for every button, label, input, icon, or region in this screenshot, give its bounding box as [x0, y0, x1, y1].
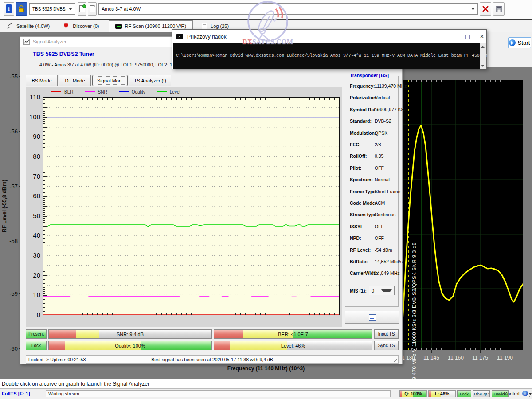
- start-button[interactable]: Start: [508, 37, 531, 48]
- minimize-button[interactable]: –: [447, 32, 460, 41]
- application-window: RF Level (-55,8 dBm) -55-56-57-58-59-60 …: [0, 0, 532, 399]
- chevron-down-icon: [471, 8, 475, 10]
- spectrum-curve: [402, 80, 523, 350]
- satellite-dish-icon: [6, 22, 13, 30]
- console-scrollbar[interactable]: [480, 43, 486, 69]
- lock-indicator: Lock: [26, 341, 47, 350]
- transponder-panel-title: Transponder [BS]: [348, 73, 391, 78]
- quality-mini-value: Q: 100%: [400, 391, 426, 397]
- window-title: Signal Analyzer: [33, 39, 66, 44]
- transponder-row-value: Vertical: [375, 95, 390, 100]
- channel-input[interactable]: Amos 3-7 at 4.0W: [98, 3, 478, 15]
- carrier-annotation: 11139,470 MHz V 11000 KS/s 2/3 DVB-S2/QP…: [411, 123, 417, 391]
- resize-grip-icon[interactable]: [393, 358, 397, 362]
- transponder-row-value: OFF: [375, 235, 384, 241]
- input-ts-button[interactable]: Input TS: [374, 329, 399, 339]
- mis-select-value: 0: [372, 288, 379, 293]
- close-button[interactable]: ✕: [476, 32, 488, 41]
- legend-label: Quality: [132, 90, 145, 94]
- tab-label: Satellite (4.0W): [16, 23, 50, 29]
- level-mini-value: L: 46%: [429, 391, 455, 397]
- rf-scan-icon: [115, 24, 122, 29]
- mis-select[interactable]: 0: [369, 286, 395, 295]
- fullts-link[interactable]: FullTS [F: 1]: [2, 391, 30, 396]
- y-tick-label: 110: [30, 93, 40, 101]
- transponder-row-label: BitRate:: [350, 259, 368, 264]
- scroll-up-icon[interactable]: [480, 43, 486, 50]
- control-label: Control: [504, 391, 519, 396]
- save-button[interactable]: [493, 2, 505, 16]
- transponder-row-value: OFF: [375, 165, 384, 171]
- spectrum-x-tick-label: 11 190: [494, 355, 516, 361]
- info-button[interactable]: i: [4, 2, 14, 16]
- level-bar: Level: 46%: [214, 341, 372, 350]
- transponder-row-label: RF Level:: [350, 247, 371, 253]
- transponder-row-value: -54 dBm: [375, 247, 392, 253]
- tab-label: RF Scan (10900-11200 V/R): [125, 23, 187, 29]
- quality-value: Quality: 100%: [49, 341, 211, 350]
- mis-label: MIS (1):: [350, 288, 367, 293]
- transponder-row-label: ISSYI: [350, 224, 362, 229]
- spectrum-y-tick-label: -58: [3, 238, 18, 244]
- legend-item-ber: BER: [51, 90, 74, 94]
- tab-label: Discover (0): [73, 23, 99, 29]
- spectrum-x-tick-label: 11 160: [445, 355, 466, 361]
- lock-button[interactable]: [16, 2, 27, 16]
- mode-tab-bs-mode[interactable]: BS Mode: [26, 75, 58, 86]
- chevron-down-icon: [69, 8, 72, 10]
- play-icon: [509, 39, 516, 46]
- y-tick-label: 70: [33, 172, 40, 180]
- tab-satellite-4-0w-[interactable]: Satellite (4.0W): [0, 20, 56, 32]
- transponder-row-label: Pilot:: [350, 165, 361, 171]
- best-signal-text: Best signal has been seen at 2020-05-17 …: [26, 357, 398, 362]
- transponder-row-value: DVB-S2: [375, 118, 391, 124]
- sync-ts-button[interactable]: Sync TS: [374, 341, 399, 350]
- spectrum-x-tick-label: 11 175: [469, 355, 491, 361]
- mode-tab-dt-mode[interactable]: DT Mode: [59, 75, 91, 86]
- legend-label: Level: [170, 90, 180, 94]
- plot-bottom-ticks: [43, 313, 339, 315]
- transponder-row-label: Modulation:: [350, 130, 376, 136]
- signal-monitor-lines: [43, 98, 339, 315]
- mode-tab-signal-mon-[interactable]: Signal Mon.: [92, 75, 128, 86]
- transponder-row-value: 0.35: [375, 153, 383, 159]
- y-tick-label: 20: [33, 271, 40, 279]
- console-output: C:\Users\Roman>Roman Dávid_www.dxsatcs.c…: [173, 43, 486, 69]
- device-title: TBS 5925 DVBS2 Tuner: [33, 51, 94, 57]
- spectrum-y-tick-label: -60: [3, 345, 18, 352]
- spectrum-plot[interactable]: 11139,470 MHz V 11000 KS/s 2/3 DVB-S2/QP…: [402, 80, 523, 350]
- chevron-down-icon: [381, 289, 392, 292]
- signal-monitor-chart: BERSNRQualityLevel 110100908070605040302…: [26, 87, 342, 327]
- transponder-list-button[interactable]: [345, 311, 399, 324]
- transponder-row-label: RollOff:: [350, 153, 367, 159]
- legend-label: SNR: [98, 90, 107, 94]
- signal-monitor-plot[interactable]: [43, 97, 340, 315]
- command-prompt-titlebar[interactable]: >_ Príkazový riadok – ▢ ✕: [172, 30, 486, 43]
- maximize-button[interactable]: ▢: [462, 32, 474, 41]
- spectrum-x-axis-label: Frequency (11 140 MHz) (10^3): [0, 365, 532, 372]
- present-label: Present: [28, 332, 43, 336]
- console-command-line: C:\Users\Roman>Roman Dávid_www.dxsatcs.c…: [176, 53, 487, 58]
- spectrum-y-tick-label: -59: [3, 290, 18, 297]
- transponder-row-value: ACM: [375, 200, 385, 206]
- analyzer-mode-tabs: BS ModeDT ModeSignal Mon.TS Analyzer (!): [26, 75, 171, 86]
- spectrum-y-tick-label: -57: [3, 183, 18, 190]
- add-channel-button[interactable]: [78, 2, 86, 16]
- spectrum-x-tick-label: 11 145: [421, 355, 442, 361]
- tab-label: Log (25): [211, 23, 229, 29]
- info-icon: i: [6, 4, 12, 13]
- transponder-panel: Transponder [BS] Frequency:11139,470 MHz…: [345, 76, 399, 307]
- mode-tab-ts-analyzer-[interactable]: TS Analyzer (!): [129, 75, 171, 86]
- statusbar-button-diseqc[interactable]: DiSEqC: [473, 390, 490, 397]
- y-tick-label: 0: [37, 311, 40, 318]
- quality-mini-bar: Q: 100%: [399, 390, 427, 397]
- resize-grip-icon[interactable]: [527, 394, 531, 398]
- statusbar-button-lock[interactable]: Lock: [457, 390, 471, 397]
- edit-channel-button[interactable]: [88, 2, 97, 16]
- delete-channel-button[interactable]: [480, 2, 491, 16]
- tab-discover-0-[interactable]: Discover (0): [56, 20, 106, 32]
- scroll-down-icon[interactable]: [480, 63, 486, 69]
- app-statusbar: FullTS [F: 1] Waiting stream ... Q: 100%…: [0, 389, 532, 399]
- page-add-icon: [79, 5, 85, 12]
- tuner-select[interactable]: TBS 5925 DVBS2 Tuner: [29, 3, 75, 15]
